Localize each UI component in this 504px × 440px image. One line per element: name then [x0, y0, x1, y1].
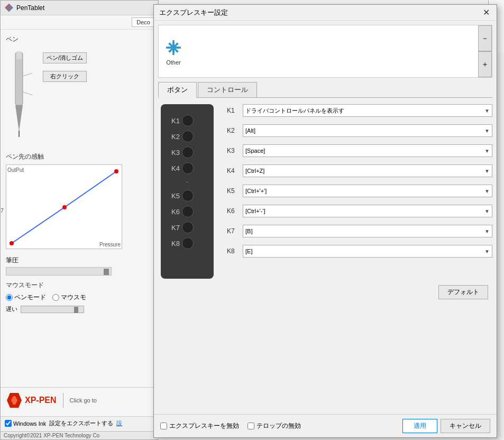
key-config-select-k2[interactable]: [Alt] ▼ [243, 124, 492, 137]
key-config-value-k3: [Space] [245, 148, 265, 154]
xp-brand-text: XP-PEN [25, 396, 57, 405]
key-row-k1: K1 [165, 115, 209, 126]
firmness-thumb[interactable] [104, 269, 109, 275]
bottom-bar: Windows Ink 設定をエクスポートする 設 [1, 416, 159, 430]
disable-express-input[interactable] [160, 423, 167, 429]
key-config-row-k1: K1 ドライバコントロールパネルを表示す ▼ [227, 104, 492, 117]
tabs-row: ボタン コントロール [158, 82, 492, 98]
pen-mode-label: ペンモード [14, 293, 46, 302]
key-config-area: K1 ドライバコントロールパネルを表示す ▼ K2 [Alt] ▼ K3 [Sp… [227, 104, 492, 279]
pressure-section: ペン先の感触 1.7 OutPut Pressure [6, 152, 153, 276]
windows-ink-checkbox[interactable]: Windows Ink [5, 420, 46, 427]
mouse-mode-radio[interactable]: マウスモ [52, 293, 86, 302]
key-config-label-k8: K8 [227, 248, 240, 255]
key-config-select-k8[interactable]: [E] ▼ [243, 245, 492, 258]
plus-button[interactable]: ＋ [478, 51, 492, 77]
key-config-select-k5[interactable]: [Ctrl+'+'] ▼ [243, 185, 492, 197]
key-config-select-k6[interactable]: [Ctrl+'-'] ▼ [243, 205, 492, 217]
cancel-button[interactable]: キャンセル [441, 419, 490, 433]
key-circle-k2[interactable] [182, 131, 194, 142]
select-arrow-k1: ▼ [484, 108, 490, 114]
settings-link[interactable]: 設 [116, 419, 122, 427]
select-arrow-k6: ▼ [484, 208, 490, 214]
select-arrow-k5: ▼ [484, 188, 490, 194]
key-circle-k6[interactable] [182, 206, 194, 217]
deco-button[interactable]: Deco [132, 17, 155, 27]
pen-labels: ペン/消しゴム 右クリック [43, 52, 87, 82]
key-row-k5: K5 [165, 190, 209, 201]
svg-line-6 [12, 207, 65, 243]
select-arrow-k3: ▼ [484, 148, 490, 154]
key-config-label-k6: K6 [227, 207, 240, 215]
mouse-mode-input[interactable] [52, 294, 59, 301]
firmness-slider[interactable] [6, 267, 112, 276]
key-circle-k3[interactable] [182, 146, 194, 158]
key-config-value-k6: [Ctrl+'-'] [245, 208, 265, 214]
xp-divider [63, 393, 63, 408]
background-app-window: PenTablet Deco ペン [0, 0, 159, 440]
key-label-k3: K3 [165, 149, 180, 157]
select-arrow-k8: ▼ [484, 249, 490, 254]
mouse-mode-radio-group: ペンモード マウスモ [6, 293, 153, 302]
default-button[interactable]: デフォルト [438, 285, 488, 299]
key-row-k7: K7 [165, 222, 209, 233]
action-buttons: 適用 キャンセル [402, 419, 490, 433]
windows-ink-input[interactable] [5, 420, 12, 427]
key-circle-k4[interactable] [182, 162, 194, 174]
disable-tooltip-input[interactable] [248, 423, 254, 429]
key-circle-k1[interactable] [182, 115, 194, 126]
speed-thumb[interactable] [74, 307, 78, 313]
svg-line-7 [65, 171, 116, 207]
key-row-k6: K6 [165, 206, 209, 217]
pen-mode-input[interactable] [6, 294, 13, 301]
key-config-value-k4: [Ctrl+Z] [245, 168, 264, 174]
tablet-device: K1 K2 K3 K4 - [161, 104, 214, 279]
express-key-dialog: エクスプレスキー設定 ✕ Other － ＋ ボタン [153, 4, 497, 438]
dialog-close-button[interactable]: ✕ [481, 7, 491, 18]
key-label-k8: K8 [165, 240, 180, 248]
select-arrow-k4: ▼ [484, 168, 490, 174]
disable-tooltip-checkbox[interactable]: テロップの無効 [248, 421, 301, 430]
key-config-label-k3: K3 [227, 147, 240, 154]
key-circle-k7[interactable] [182, 222, 194, 233]
key-config-select-k1[interactable]: ドライバコントロールパネルを表示す ▼ [243, 104, 492, 117]
svg-rect-0 [15, 52, 23, 105]
key-row-k8: K8 [165, 237, 209, 249]
speed-slider[interactable] [21, 306, 84, 313]
key-config-select-k7[interactable]: [B] ▼ [243, 225, 492, 237]
key-config-row-k4: K4 [Ctrl+Z] ▼ [227, 164, 492, 177]
xp-pen-footer: XP-PEN Click go to [1, 387, 159, 413]
apply-button[interactable]: 適用 [402, 419, 437, 433]
pen-diagram: ペン/消しゴム 右クリック [6, 47, 153, 144]
disable-express-checkbox[interactable]: エクスプレスキーを無効 [160, 421, 239, 430]
key-label-k6: K6 [165, 208, 180, 216]
key-config-row-k8: K8 [E] ▼ [227, 245, 492, 258]
key-row-k4: K4 [165, 162, 209, 174]
key-label-k1: K1 [165, 117, 180, 125]
key-circle-k8[interactable] [182, 237, 194, 249]
mouse-mode-label: マウスモード [6, 281, 153, 290]
tab-control[interactable]: コントロール [198, 82, 257, 97]
pen-mode-radio[interactable]: ペンモード [6, 293, 46, 302]
key-config-select-k4[interactable]: [Ctrl+Z] ▼ [243, 164, 492, 177]
svg-point-8 [10, 241, 14, 245]
key-circle-k5[interactable] [182, 190, 194, 201]
bg-title-bar: PenTablet [1, 1, 158, 15]
svg-marker-2 [15, 105, 23, 132]
bg-toolbar: Deco [1, 15, 158, 30]
key-config-row-k3: K3 [Space] ▼ [227, 144, 492, 157]
firmness-label: 筆圧 [6, 256, 153, 265]
windows-ink-label: Windows Ink [13, 420, 46, 427]
select-arrow-k2: ▼ [484, 128, 490, 134]
key-config-select-k3[interactable]: [Space] ▼ [243, 144, 492, 157]
pen-eraser-button[interactable]: ペン/消しゴム [43, 52, 87, 63]
xp-logo-icon [6, 392, 23, 409]
device-icon-wrapper: Other [163, 37, 184, 66]
key-label-k5: K5 [165, 192, 180, 200]
key-config-value-k2: [Alt] [245, 127, 255, 134]
minus-button[interactable]: － [478, 25, 492, 51]
right-click-button[interactable]: 右クリック [43, 71, 87, 82]
bg-app-title: PenTablet [16, 4, 44, 12]
key-config-row-k7: K7 [B] ▼ [227, 225, 492, 237]
tab-button[interactable]: ボタン [158, 82, 197, 98]
